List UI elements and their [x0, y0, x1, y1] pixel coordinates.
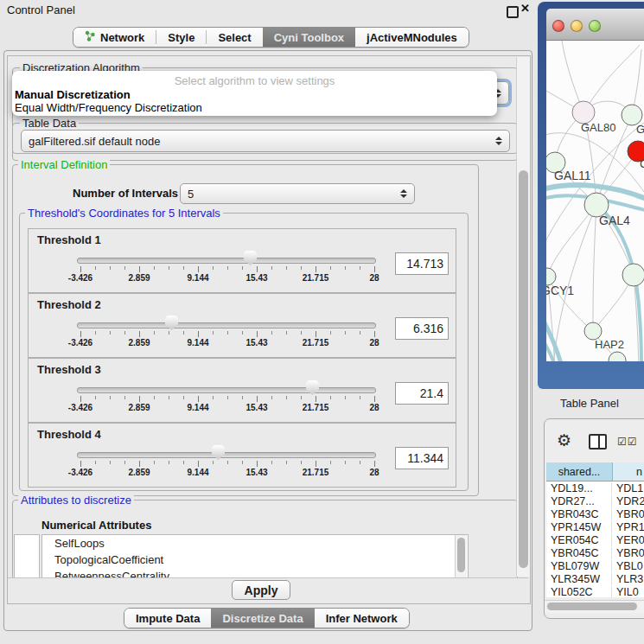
select-columns-icon[interactable]: ☑☑: [617, 436, 638, 448]
node-label-gal4: GAL4: [599, 214, 630, 227]
tab-cyni-toolbox[interactable]: Cyni Toolbox: [263, 28, 355, 47]
gear-icon[interactable]: ⚙: [557, 432, 571, 449]
column-header-shared-name[interactable]: shared...: [546, 462, 613, 481]
float-panel-icon[interactable]: [507, 6, 519, 18]
threshold-2-label: Threshold 2: [37, 298, 101, 311]
table-row[interactable]: YBL079WYBL0: [546, 559, 644, 572]
minimize-window-button[interactable]: [571, 20, 583, 32]
dropdown-item-equal-width-frequency[interactable]: Equal Width/Frequency Discretization: [15, 101, 202, 114]
threshold-1-value-field[interactable]: 14.713: [395, 252, 449, 275]
table-data-combobox[interactable]: galFiltered.sif default node: [21, 130, 510, 152]
close-window-button[interactable]: [552, 20, 564, 32]
table-row[interactable]: YPR145WYPR1: [546, 520, 644, 533]
table-row[interactable]: YLR345WYLR3: [546, 572, 644, 585]
number-of-intervals-combobox[interactable]: 5: [180, 183, 415, 204]
table-data-group-title: Table Data: [20, 118, 79, 129]
node-partial-low-right[interactable]: [622, 264, 644, 286]
table-row[interactable]: YER054CYER0: [546, 533, 644, 546]
screenshot-root: Control Panel ✕ Network Style Select Cyn…: [0, 0, 644, 644]
control-panel-title: Control Panel: [7, 3, 75, 16]
tab-infer-network[interactable]: Infer Network: [315, 609, 409, 628]
interval-definition-group-title: Interval Definition: [18, 159, 110, 170]
close-panel-icon[interactable]: ✕: [520, 2, 530, 15]
threshold-3-row: Threshold 3 -3.426 2.859 9.144 15.43 21.…: [28, 358, 456, 423]
table-row[interactable]: YBR045CYBR0: [546, 546, 644, 559]
dropdown-placeholder-item: Select algorithm to view settings: [12, 74, 497, 87]
tab-discretize-data[interactable]: Discretize Data: [211, 609, 314, 628]
column-header-name[interactable]: n: [613, 462, 644, 481]
attribute-checkbox-column: [14, 534, 40, 578]
threshold-coordinates-group-title: Threshold's Coordinates for 5 Intervals: [25, 207, 223, 219]
threshold-2-value-field[interactable]: 6.316: [395, 317, 449, 340]
combo-arrows-icon: [495, 137, 502, 145]
threshold-1-slider-track[interactable]: [77, 258, 376, 264]
slider-major-ticks: [80, 396, 375, 402]
slider-major-ticks: [80, 461, 375, 467]
network-view-canvas[interactable]: GAL80 G C GAL11 GAL4 GCY1 H HAP2: [546, 41, 644, 361]
column-layout-icon[interactable]: [589, 434, 607, 450]
number-of-intervals-label: Number of Intervals: [73, 187, 178, 200]
threshold-3-label: Threshold 3: [37, 363, 101, 376]
cyni-mode-tab-bar: Impute Data Discretize Data Infer Networ…: [124, 608, 410, 628]
node-label-gal80: GAL80: [581, 121, 615, 134]
table-horizontal-scrollbar[interactable]: [545, 600, 644, 613]
combo-arrows-icon: [400, 189, 407, 198]
node-label-hap2: HAP2: [595, 338, 624, 351]
scrollbar-thumb[interactable]: [519, 170, 528, 568]
node-attribute-table: shared... n YDL19...YDL1 YDR27...YDR2 YB…: [546, 462, 644, 597]
dropdown-item-manual-discretization[interactable]: Manual Discretization: [15, 88, 131, 101]
slider-major-ticks: [80, 331, 375, 337]
list-item[interactable]: SelfLoops: [42, 535, 468, 552]
scrollbar-thumb[interactable]: [457, 538, 465, 572]
numerical-attributes-list[interactable]: SelfLoops TopologicalCoefficient Between…: [41, 534, 469, 578]
table-row[interactable]: YDR27...YDR2: [546, 494, 644, 507]
node-hap2[interactable]: [584, 322, 602, 340]
scrollbar-thumb[interactable]: [547, 603, 637, 610]
table-panel-title: Table Panel: [560, 397, 619, 410]
threshold-4-slider-track[interactable]: [77, 452, 376, 458]
tab-impute-data[interactable]: Impute Data: [124, 609, 211, 628]
node-label-partial-c: C: [640, 157, 644, 170]
algorithm-dropdown-popup: Select algorithm to view settings Manual…: [12, 71, 497, 116]
tab-jactivemnodules[interactable]: jActiveMNodules: [355, 28, 469, 47]
threshold-3-slider-track[interactable]: [77, 387, 376, 393]
network-window-titlebar[interactable]: [546, 9, 644, 41]
node-gcy1[interactable]: [546, 268, 556, 285]
threshold-2-row: Threshold 2 -3.426 2.859 9.144 15.43 21.…: [28, 293, 456, 358]
attributes-list-scrollbar[interactable]: [455, 535, 467, 577]
network-icon: [85, 30, 96, 44]
tab-network[interactable]: Network: [73, 28, 156, 47]
threshold-1-label: Threshold 1: [37, 233, 101, 246]
numerical-attributes-header: Numerical Attributes: [41, 519, 151, 532]
list-item[interactable]: TopologicalCoefficient: [42, 552, 468, 568]
table-row[interactable]: YBR043CYBR0: [546, 507, 644, 520]
apply-button[interactable]: Apply: [232, 580, 290, 600]
node-label-gcy1: GCY1: [546, 284, 574, 297]
attributes-group-title: Attributes to discretize: [18, 494, 134, 506]
threshold-4-value-field[interactable]: 11.344: [395, 447, 449, 469]
content-vertical-scrollbar[interactable]: [516, 57, 530, 577]
table-row[interactable]: YIL052CYIL0: [546, 585, 644, 597]
threshold-4-row: Threshold 4 -3.426 2.859 9.144 15.43 21.…: [28, 423, 456, 488]
control-panel-tab-bar: Network Style Select Cyni Toolbox jActiv…: [73, 27, 469, 48]
zoom-window-button[interactable]: [589, 20, 601, 32]
node-label-gal11: GAL11: [554, 169, 591, 182]
table-header-row: shared... n: [546, 462, 644, 481]
table-row[interactable]: YDL19...YDL1: [546, 481, 644, 494]
node-label-partial-g: G: [636, 123, 644, 136]
threshold-2-slider-track[interactable]: [77, 322, 376, 328]
slider-major-ticks: [80, 266, 375, 272]
threshold-1-row: Threshold 1 -3.426 2.859 9.144 15.43 21.…: [28, 228, 456, 293]
threshold-4-label: Threshold 4: [37, 428, 101, 441]
tab-style[interactable]: Style: [156, 28, 206, 47]
threshold-3-value-field[interactable]: 21.4: [395, 382, 449, 405]
tab-select[interactable]: Select: [207, 28, 262, 47]
